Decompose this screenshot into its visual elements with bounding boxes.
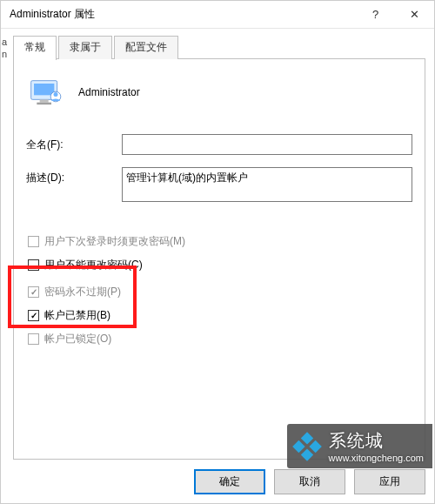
ok-button[interactable]: 确定 xyxy=(194,469,265,494)
check-label: 帐户已禁用(B) xyxy=(44,308,110,323)
watermark-logo-icon xyxy=(292,432,322,461)
window-title: Administrator 属性 xyxy=(10,7,356,22)
cancel-button[interactable]: 取消 xyxy=(274,469,345,494)
checkbox-icon xyxy=(28,310,39,321)
checkbox-icon xyxy=(28,333,39,345)
check-cannot-change-password[interactable]: 用户不能更改密码(C) xyxy=(26,258,412,272)
watermark-brand: 系统城 xyxy=(329,429,424,453)
svg-rect-9 xyxy=(300,448,312,460)
identity-block: Administrator xyxy=(26,71,412,118)
check-label: 用户不能更改密码(C) xyxy=(44,258,143,272)
title-bar: Administrator 属性 ? ✕ xyxy=(1,1,434,29)
check-account-disabled[interactable]: 帐户已禁用(B) xyxy=(26,308,412,323)
svg-point-5 xyxy=(54,92,58,97)
tab-bar: 常规 隶属于 配置文件 xyxy=(1,29,434,59)
check-label: 帐户已锁定(O) xyxy=(44,332,111,346)
check-label: 用户下次登录时须更改密码(M) xyxy=(44,234,185,249)
user-icon xyxy=(30,75,64,110)
checkbox-icon xyxy=(28,259,39,271)
fullname-input[interactable] xyxy=(122,134,412,155)
watermark: 系统城 www.xitongcheng.com xyxy=(287,424,432,468)
tab-panel-general: Administrator 全名(F): 描述(D): 管理计算机(域)的内置帐… xyxy=(13,59,425,460)
apply-button[interactable]: 应用 xyxy=(354,469,425,494)
tab-profile[interactable]: 配置文件 xyxy=(114,36,178,59)
svg-rect-2 xyxy=(40,99,49,102)
svg-rect-6 xyxy=(300,432,312,444)
check-must-change-password: 用户下次登录时须更改密码(M) xyxy=(26,234,412,249)
description-row: 描述(D): 管理计算机(域)的内置帐户 xyxy=(26,167,412,205)
svg-rect-8 xyxy=(292,440,304,452)
description-input[interactable]: 管理计算机(域)的内置帐户 xyxy=(122,167,412,202)
svg-rect-3 xyxy=(37,103,51,105)
left-edge-hint: a n xyxy=(1,36,8,503)
tab-general[interactable]: 常规 xyxy=(13,36,57,60)
help-button[interactable]: ? xyxy=(356,2,395,28)
check-password-never-expires: 密码永不过期(P) xyxy=(26,285,412,299)
checkbox-icon xyxy=(28,286,39,298)
watermark-url: www.xitongcheng.com xyxy=(329,453,424,463)
window-controls: ? ✕ xyxy=(356,2,434,28)
close-button[interactable]: ✕ xyxy=(395,2,434,28)
check-account-locked: 帐户已锁定(O) xyxy=(26,332,412,346)
fullname-label: 全名(F): xyxy=(26,134,122,152)
svg-rect-7 xyxy=(309,440,321,452)
description-label: 描述(D): xyxy=(26,167,122,185)
fullname-row: 全名(F): xyxy=(26,134,412,155)
dialog-button-bar: 确定 取消 应用 xyxy=(194,469,425,494)
account-name: Administrator xyxy=(78,86,140,98)
svg-rect-1 xyxy=(34,84,54,95)
tab-memberof[interactable]: 隶属于 xyxy=(58,36,112,59)
check-label: 密码永不过期(P) xyxy=(44,285,121,299)
checkbox-icon xyxy=(28,236,39,247)
